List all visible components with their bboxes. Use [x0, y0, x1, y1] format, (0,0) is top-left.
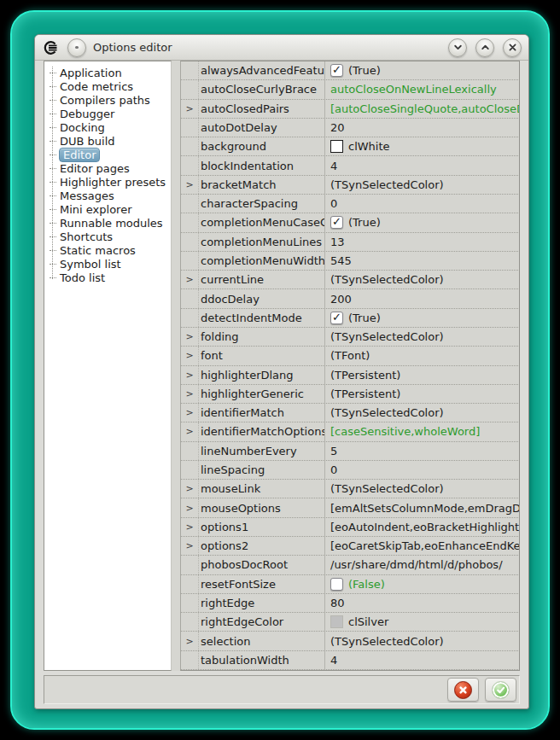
- expand-arrow-icon[interactable]: >: [181, 104, 198, 114]
- property-row[interactable]: alwaysAdvancedFeatures✓(True): [181, 61, 520, 80]
- checkbox-unchecked[interactable]: [330, 578, 343, 591]
- property-row[interactable]: autoDotDelay20: [181, 119, 520, 137]
- expand-arrow-icon[interactable]: >: [181, 408, 198, 417]
- sidebar-item-code-metrics[interactable]: Code metrics: [50, 79, 169, 93]
- expand-arrow-icon[interactable]: >: [181, 370, 198, 380]
- sidebar-item-symbol-list[interactable]: Symbol list: [50, 257, 169, 271]
- property-row[interactable]: characterSpacing0: [181, 195, 520, 213]
- property-value[interactable]: clWhite: [324, 137, 520, 155]
- property-value[interactable]: 0: [324, 461, 520, 479]
- sidebar-item-highlighter-presets[interactable]: Highlighter presets: [50, 175, 169, 189]
- property-row[interactable]: tabulationWidth4: [181, 651, 520, 670]
- expand-arrow-icon[interactable]: >: [181, 389, 198, 399]
- checkbox-checked[interactable]: ✓: [330, 64, 343, 77]
- color-swatch[interactable]: [330, 140, 343, 153]
- property-row[interactable]: ddocDelay200: [181, 289, 520, 308]
- property-row[interactable]: >identifierMatchOptions[caseSensitive,wh…: [181, 422, 520, 441]
- sidebar-item-editor[interactable]: Editor: [50, 148, 169, 161]
- property-value[interactable]: ✓(True): [324, 61, 520, 79]
- checkbox-checked[interactable]: ✓: [330, 312, 343, 324]
- property-row[interactable]: >autoClosedPairs[autoCloseSingleQuote,au…: [181, 100, 520, 119]
- close-button[interactable]: [503, 38, 522, 57]
- property-value[interactable]: clSilver: [324, 613, 520, 631]
- property-row[interactable]: completionMenuLines13: [181, 233, 520, 252]
- expand-arrow-icon[interactable]: >: [181, 351, 198, 360]
- property-value[interactable]: (TPersistent): [324, 366, 520, 384]
- property-row[interactable]: lineSpacing0: [181, 461, 520, 480]
- property-value[interactable]: 5: [324, 442, 520, 460]
- sidebar-item-runnable-modules[interactable]: Runnable modules: [50, 216, 169, 230]
- sidebar-item-debugger[interactable]: Debugger: [50, 107, 169, 120]
- property-value[interactable]: (TSynSelectedColor): [324, 632, 520, 650]
- property-row[interactable]: autoCloseCurlyBraceautoCloseOnNewLineLex…: [181, 80, 520, 99]
- sidebar-item-application[interactable]: Application: [50, 66, 169, 79]
- property-value[interactable]: (TSynSelectedColor): [324, 404, 520, 422]
- expand-arrow-icon[interactable]: >: [181, 637, 198, 646]
- sidebar-item-editor-pages[interactable]: Editor pages: [50, 161, 169, 175]
- cancel-button[interactable]: [447, 678, 479, 702]
- property-row[interactable]: >identifierMatch(TSynSelectedColor): [181, 404, 520, 422]
- property-value[interactable]: [caseSensitive,wholeWord]: [324, 422, 520, 440]
- property-value[interactable]: [eoCaretSkipTab,eoEnhanceEndKey: [324, 537, 520, 555]
- maximize-button[interactable]: [475, 38, 494, 57]
- property-value[interactable]: [eoAutoIndent,eoBracketHighlight: [324, 518, 520, 536]
- color-swatch[interactable]: [330, 615, 343, 628]
- property-row[interactable]: completionMenuCaseCare✓(True): [181, 213, 520, 232]
- shade-button[interactable]: [448, 38, 467, 57]
- expand-arrow-icon[interactable]: >: [181, 541, 198, 551]
- property-value[interactable]: autoCloseOnNewLineLexically: [324, 80, 520, 98]
- sidebar-item-dub-build[interactable]: DUB build: [50, 134, 169, 148]
- property-value[interactable]: 20: [324, 119, 520, 137]
- accept-button[interactable]: [485, 678, 516, 702]
- expand-arrow-icon[interactable]: >: [181, 484, 198, 493]
- property-row[interactable]: >highlighterGeneric(TPersistent): [181, 385, 520, 404]
- property-value[interactable]: [emAltSetsColumnMode,emDragDro: [324, 498, 520, 516]
- expand-arrow-icon[interactable]: >: [181, 275, 198, 284]
- property-value[interactable]: (TSynSelectedColor): [324, 480, 520, 498]
- property-value[interactable]: 0: [324, 195, 520, 213]
- expand-arrow-icon[interactable]: >: [181, 522, 198, 532]
- property-row[interactable]: lineNumberEvery5: [181, 442, 520, 461]
- checkbox-checked[interactable]: ✓: [330, 216, 343, 229]
- sidebar-item-messages[interactable]: Messages: [50, 189, 169, 202]
- sidebar-item-mini-explorer[interactable]: Mini explorer: [50, 202, 169, 216]
- property-value[interactable]: 200: [324, 289, 520, 307]
- property-row[interactable]: >folding(TSynSelectedColor): [181, 328, 520, 347]
- property-value[interactable]: (False): [324, 575, 520, 593]
- property-row[interactable]: blockIndentation4: [181, 156, 520, 175]
- sidebar-item-docking[interactable]: Docking: [50, 120, 169, 134]
- property-row[interactable]: >mouseLink(TSynSelectedColor): [181, 480, 520, 498]
- property-row[interactable]: >selection(TSynSelectedColor): [181, 632, 520, 650]
- property-row[interactable]: phobosDocRoot/usr/share/dmd/html/d/phobo…: [181, 556, 520, 574]
- property-value[interactable]: [autoCloseSingleQuote,autoCloseDouble: [324, 100, 520, 118]
- sidebar-item-static-macros[interactable]: Static macros: [50, 243, 169, 257]
- property-row[interactable]: rightEdge80: [181, 594, 520, 613]
- property-value[interactable]: ✓(True): [324, 213, 520, 231]
- property-value[interactable]: 80: [324, 594, 520, 612]
- titlebar[interactable]: Options editor: [35, 35, 528, 61]
- expand-arrow-icon[interactable]: >: [181, 427, 198, 436]
- property-value[interactable]: (TPersistent): [324, 385, 520, 403]
- property-value[interactable]: (TSynSelectedColor): [324, 271, 520, 288]
- property-value[interactable]: 545: [324, 252, 520, 270]
- property-row[interactable]: resetFontSize(False): [181, 575, 520, 594]
- property-row[interactable]: >bracketMatch(TSynSelectedColor): [181, 176, 520, 195]
- property-row[interactable]: >font(TFont): [181, 347, 520, 365]
- property-value[interactable]: (TFont): [324, 347, 520, 364]
- property-row[interactable]: >options2[eoCaretSkipTab,eoEnhanceEndKey: [181, 537, 520, 556]
- property-row[interactable]: >currentLine(TSynSelectedColor): [181, 271, 520, 289]
- category-list[interactable]: ApplicationCode metricsCompilers pathsDe…: [44, 61, 172, 671]
- sidebar-item-shortcuts[interactable]: Shortcuts: [50, 230, 169, 243]
- window-menu-button[interactable]: [67, 38, 86, 57]
- property-row[interactable]: >options1[eoAutoIndent,eoBracketHighligh…: [181, 518, 520, 537]
- expand-arrow-icon[interactable]: >: [181, 332, 198, 341]
- sidebar-item-todo-list[interactable]: Todo list: [50, 271, 169, 284]
- property-row[interactable]: completionMenuWidth545: [181, 252, 520, 271]
- expand-arrow-icon[interactable]: >: [181, 504, 198, 513]
- sidebar-item-compilers-paths[interactable]: Compilers paths: [50, 93, 169, 107]
- property-value[interactable]: 4: [324, 156, 520, 174]
- property-value[interactable]: 13: [324, 233, 520, 251]
- property-value[interactable]: ✓(True): [324, 309, 520, 327]
- property-row[interactable]: backgroundclWhite: [181, 137, 520, 156]
- property-value[interactable]: /usr/share/dmd/html/d/phobos/: [324, 556, 520, 574]
